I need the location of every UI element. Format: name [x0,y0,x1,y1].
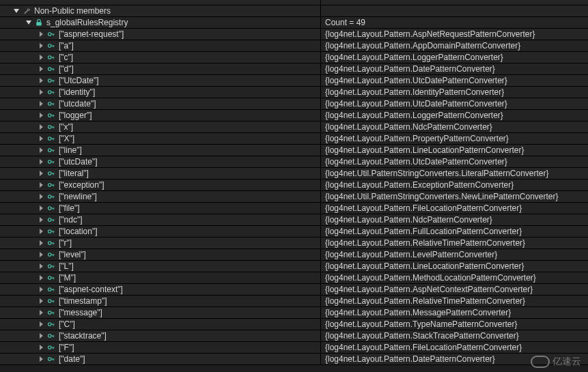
tree-row-entry[interactable]: ["C"]{log4net.Layout.Pattern.TypeNamePat… [0,319,588,330]
expander-closed-icon[interactable] [37,111,45,119]
entry-key: ["date"] [59,354,85,364]
expander-closed-icon[interactable] [37,123,45,131]
expander-closed-icon[interactable] [37,332,45,340]
expander-open-icon[interactable] [25,18,33,27]
entry-key: ["exception"] [59,180,104,190]
expander-closed-icon[interactable] [37,146,45,154]
svg-point-22 [48,276,52,280]
key-item-icon [46,64,56,74]
tree-row-entry[interactable]: ["location"]{log4net.Layout.Pattern.Full… [0,226,588,238]
tree-row-entry[interactable]: ["c"]{log4net.Layout.Pattern.LoggerPatte… [0,52,588,63]
expander-closed-icon[interactable] [37,100,45,108]
lock-private-icon [34,18,44,27]
expander-closed-icon[interactable] [37,134,45,143]
entry-value: {log4net.Layout.Pattern.MethodLocationPa… [321,272,588,283]
expander-closed-icon[interactable] [37,53,45,61]
expander-closed-icon[interactable] [37,274,45,282]
expander-closed-icon[interactable] [37,239,45,247]
tree-row-entry[interactable]: ["literal"]{log4net.Util.PatternStringCo… [0,168,588,180]
expander-closed-icon[interactable] [37,158,45,166]
expander-closed-icon[interactable] [37,204,45,212]
expander-closed-icon[interactable] [37,285,45,294]
entry-key: ["utcDate"] [59,156,98,167]
expander-closed-icon[interactable] [37,227,45,235]
tree-row-entry[interactable]: ["level"]{log4net.Layout.Pattern.LevelPa… [0,249,588,261]
expander-closed-icon[interactable] [37,216,45,224]
entry-value: {log4net.Layout.Pattern.LineLocationPatt… [321,261,588,272]
svg-point-28 [48,346,52,349]
expander-closed-icon[interactable] [37,309,45,317]
key-item-icon [46,319,56,329]
tree-row-entry[interactable]: ["utcdate"]{log4net.Layout.Pattern.UtcDa… [0,98,588,110]
tree-row-entry[interactable]: ["message"]{log4net.Layout.Pattern.Messa… [0,307,588,319]
tree-row-entry[interactable]: ["line"]{log4net.Layout.Pattern.LineLoca… [0,145,588,156]
tree-row-entry[interactable]: ["x"]{log4net.Layout.Pattern.NdcPatternC… [0,121,588,133]
expander-closed-icon[interactable] [37,76,45,85]
tree-row-entry[interactable]: ["utcDate"]{log4net.Layout.Pattern.UtcDa… [0,156,588,168]
expander-closed-icon[interactable] [37,251,45,259]
tree-row-entry[interactable]: ["L"]{log4net.Layout.Pattern.LineLocatio… [0,261,588,272]
tree-row-entry[interactable]: ["a"]{log4net.Layout.Pattern.AppDomainPa… [0,40,588,52]
expander-closed-icon[interactable] [37,343,45,352]
entry-key: ["stacktrace"] [59,330,107,341]
watch-tree-grid[interactable]: Non-Public members s_globalRulesRegistry… [0,0,588,372]
tree-row-entry[interactable]: ["identity"]{log4net.Layout.Pattern.Iden… [0,87,588,98]
key-item-icon [46,122,56,132]
expander-closed-icon[interactable] [37,169,45,177]
key-item-icon [46,76,56,85]
entry-value: {log4net.Layout.Pattern.MessagePatternCo… [321,307,588,318]
tree-row-entry[interactable]: ["d"]{log4net.Layout.Pattern.DatePattern… [0,63,588,75]
tree-row-entry[interactable]: ["aspnet-request"]{log4net.Layout.Patter… [0,29,588,40]
expander-closed-icon[interactable] [37,355,45,363]
tree-row-entry[interactable]: ["X"]{log4net.Layout.Pattern.PropertyPat… [0,133,588,145]
svg-point-7 [48,102,52,106]
expander-closed-icon[interactable] [37,320,45,328]
expander-closed-icon[interactable] [37,42,45,50]
tree-row-entry[interactable]: ["timestamp"]{log4net.Layout.Pattern.Rel… [0,296,588,307]
tree-row-entry[interactable]: ["r"]{log4net.Layout.Pattern.RelativeTim… [0,238,588,249]
entry-value: {log4net.Layout.Pattern.FullLocationPatt… [321,226,588,237]
entry-value: {log4net.Layout.Pattern.DatePatternConve… [321,354,588,364]
entry-key: ["F"] [59,342,74,353]
key-item-icon [46,238,56,248]
svg-point-6 [48,91,52,94]
tree-row-entry[interactable]: ["logger"]{log4net.Layout.Pattern.Logger… [0,110,588,121]
svg-point-18 [48,230,52,233]
key-item-icon [46,29,56,39]
expander-closed-icon[interactable] [37,30,45,38]
entry-value: {log4net.Layout.Pattern.DatePatternConve… [321,63,588,74]
entry-key: ["L"] [59,261,74,272]
expander-closed-icon[interactable] [37,192,45,201]
tree-row-entry[interactable]: ["F"]{log4net.Layout.Pattern.FileLocatio… [0,342,588,354]
key-item-icon [46,157,56,167]
expander-closed-icon[interactable] [37,65,45,73]
tree-row-entry[interactable]: ["aspnet-context"]{log4net.Layout.Patter… [0,284,588,296]
tree-row-entry[interactable]: ["stacktrace"]{log4net.Layout.Pattern.St… [0,330,588,342]
expander-closed-icon[interactable] [37,262,45,270]
tree-row-entry[interactable]: ["exception"]{log4net.Layout.Pattern.Exc… [0,180,588,191]
entry-key: ["aspnet-context"] [59,284,123,295]
entry-value: {log4net.Layout.Pattern.LevelPatternConv… [321,249,588,260]
tree-row-entry[interactable]: ["UtcDate"]{log4net.Layout.Pattern.UtcDa… [0,75,588,87]
svg-point-26 [48,323,52,326]
key-item-icon [46,261,56,271]
tree-row-entry[interactable]: ["ndc"]{log4net.Layout.Pattern.NdcPatter… [0,214,588,226]
key-item-icon [46,99,56,109]
entry-value: {log4net.Layout.Pattern.AspNetContextPat… [321,284,588,295]
entry-value: {log4net.Layout.Pattern.ExceptionPattern… [321,180,588,190]
entry-value: {log4net.Layout.Pattern.IdentityPatternC… [321,87,588,98]
tree-row-entry[interactable]: ["date"]{log4net.Layout.Pattern.DatePatt… [0,354,588,365]
entry-key: ["utcdate"] [59,98,96,109]
expander-closed-icon[interactable] [37,181,45,189]
entry-key: ["X"] [59,133,74,144]
tree-row-entry[interactable]: ["newline"]{log4net.Util.PatternStringCo… [0,191,588,203]
tree-row-non-public-members[interactable]: Non-Public members [0,5,588,17]
expander-closed-icon[interactable] [37,297,45,305]
tree-row-entry[interactable]: ["file"]{log4net.Layout.Pattern.FileLoca… [0,203,588,214]
key-item-icon [46,111,56,120]
tree-row-registry[interactable]: s_globalRulesRegistry Count = 49 [0,17,588,29]
tree-row-entry[interactable]: ["M"]{log4net.Layout.Pattern.MethodLocat… [0,272,588,284]
expander-closed-icon[interactable] [37,88,45,96]
expander-open-icon[interactable] [12,7,20,15]
entry-value: {log4net.Layout.Pattern.UtcDatePatternCo… [321,75,588,86]
